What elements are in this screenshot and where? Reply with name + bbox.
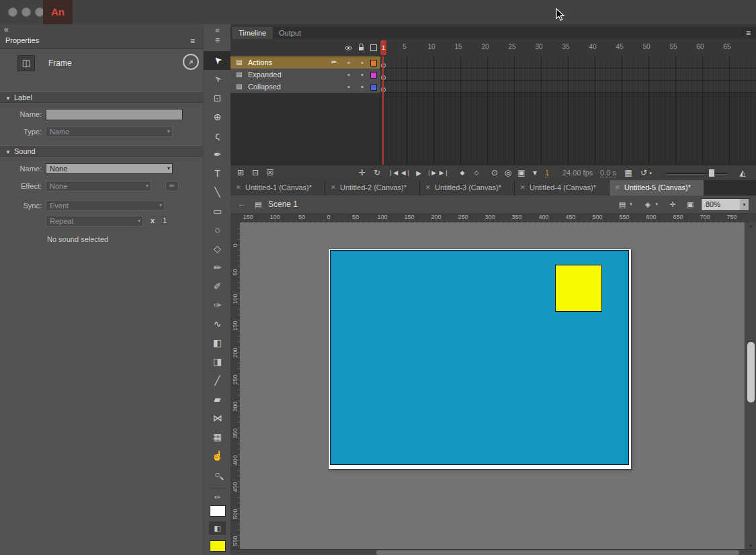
layer-name-label[interactable]: Collapsed (248, 81, 281, 93)
pin-properties-button[interactable]: ➔ (183, 54, 199, 70)
edit-effect-button[interactable]: ✏ (165, 181, 179, 191)
timeline-menu-icon[interactable]: ≡ (746, 27, 751, 39)
onion-skin-outlines-button[interactable]: ◎ (502, 165, 514, 181)
hand-tool[interactable]: ☝ (204, 446, 231, 465)
yellow-rectangle[interactable] (555, 265, 602, 312)
outline-all-layers-button[interactable] (370, 44, 377, 51)
bone-tool[interactable]: ∿ (204, 314, 231, 333)
doc-tab-untitled-2[interactable]: ✕ Untitled-2 (Canvas)* (325, 180, 420, 196)
sound-repeat-dropdown[interactable]: Repeat ▾ (46, 216, 143, 226)
tab-output[interactable]: Output (272, 27, 308, 39)
doc-tab-untitled-4[interactable]: ✕ Untitled-4 (Canvas)* (515, 180, 610, 196)
stage[interactable] (329, 249, 631, 469)
chevron-down-icon[interactable]: ▾ (653, 196, 660, 213)
selection-tool[interactable]: ➤ (204, 51, 231, 70)
line-tool[interactable]: ╲ (204, 183, 231, 202)
layer-color-swatch[interactable] (370, 84, 377, 91)
layer-row-collapsed[interactable]: ▤ Collapsed • • (230, 81, 380, 93)
doc-tab-untitled-3[interactable]: ✕ Untitled-3 (Canvas)* (420, 180, 515, 196)
new-layer-button[interactable]: ⊞ (235, 165, 247, 181)
scroll-up-icon[interactable]: ▲ (745, 223, 756, 228)
text-tool[interactable]: T (204, 164, 231, 183)
close-icon[interactable]: ✕ (331, 180, 336, 196)
fill-color-icon[interactable]: ◧ (209, 521, 226, 535)
polystar-tool[interactable]: ◇ (204, 239, 231, 258)
back-button[interactable]: ← (237, 196, 246, 213)
insert-blank-keyframe-button[interactable]: ◇ (470, 165, 482, 181)
close-window-button[interactable] (8, 7, 17, 17)
clip-content-button[interactable]: ▣ (685, 196, 696, 213)
elapsed-time-value[interactable]: 0.0 s (600, 165, 616, 177)
vertical-scrollbar[interactable]: ▲ ▼ (745, 222, 756, 549)
ink-bottle-tool[interactable]: ◨ (204, 352, 231, 371)
go-to-first-frame-button[interactable]: ❘◀ (387, 165, 399, 181)
layer-row-expanded[interactable]: ▤ Expanded • • (230, 69, 380, 81)
section-header-sound[interactable]: ▼Sound (0, 145, 203, 157)
paint-bucket-tool[interactable]: ◧ (204, 333, 231, 352)
zoom-tool[interactable]: ○ (204, 465, 231, 484)
delete-layer-button[interactable]: ☒ (264, 165, 276, 181)
layer-color-swatch[interactable] (370, 60, 377, 67)
playhead[interactable]: 1 (380, 40, 386, 55)
chevron-down-icon[interactable]: ▾ (647, 165, 654, 181)
3d-rotation-tool[interactable]: ⊕ (204, 108, 231, 126)
oval-tool[interactable]: ○ (204, 220, 231, 239)
sound-effect-dropdown[interactable]: None ▾ (46, 181, 151, 191)
layer-lock-toggle[interactable]: • (358, 69, 366, 81)
lasso-tool[interactable]: ς (204, 126, 231, 145)
free-transform-tool[interactable]: ⊡ (204, 89, 231, 108)
layer-name-label[interactable]: Expanded (248, 69, 282, 81)
pen-tool[interactable]: ✒ (204, 145, 231, 164)
chevron-down-icon[interactable]: ▾ (740, 199, 749, 210)
section-header-label[interactable]: ▼Label (0, 91, 203, 103)
tab-timeline[interactable]: Timeline (232, 27, 273, 39)
close-icon[interactable]: ✕ (236, 180, 241, 196)
insert-keyframe-button[interactable]: ◆ (456, 165, 468, 181)
scroll-down-icon[interactable]: ▼ (745, 544, 756, 548)
resize-timeline-view-button[interactable]: ◭ (737, 165, 749, 181)
layer-visibility-toggle[interactable]: • (345, 81, 353, 93)
edit-symbols-button[interactable]: ◈ (642, 196, 653, 213)
vertical-scrollbar-thumb[interactable] (747, 342, 755, 402)
timeline-zoom-slider[interactable] (666, 173, 728, 175)
collapse-tools-icon[interactable]: « (204, 26, 231, 35)
layer-visibility-toggle[interactable]: • (345, 56, 353, 69)
subselection-tool[interactable]: ➢ (204, 70, 231, 89)
layer-visibility-toggle[interactable]: • (345, 69, 353, 81)
chevron-down-icon[interactable]: ▾ (628, 196, 634, 213)
loop-button[interactable]: ↻ (371, 165, 383, 181)
new-folder-button[interactable]: ⊟ (249, 165, 261, 181)
repeat-count-value[interactable]: 1 (163, 216, 167, 224)
sound-sync-dropdown[interactable]: Event ▾ (46, 200, 165, 211)
current-frame-value[interactable]: 1 (545, 165, 549, 177)
doc-tab-untitled-5[interactable]: ✕ Untitled-5 (Canvas)* (610, 180, 704, 196)
layer-row-actions[interactable]: ▤ Actions ✏ • • (230, 56, 380, 69)
frame-rate-value[interactable]: 24.00 fps (562, 165, 593, 181)
close-icon[interactable]: ✕ (425, 180, 431, 196)
sound-name-dropdown[interactable]: None ▾ (46, 163, 173, 174)
pasteboard[interactable] (240, 222, 745, 549)
collapse-properties-icon[interactable]: « (4, 25, 9, 34)
step-forward-button[interactable]: ❘▶ (425, 165, 437, 181)
modify-markers-button[interactable]: ▾ (529, 165, 541, 181)
camera-tool[interactable]: ▦ (204, 427, 231, 446)
label-name-input[interactable] (46, 109, 183, 120)
rectangle-tool[interactable]: ▭ (204, 202, 231, 220)
paint-brush-tool[interactable]: ✐ (204, 277, 231, 296)
lock-all-layers-button[interactable] (358, 43, 364, 52)
edit-multiple-frames-button[interactable]: ▣ (515, 165, 528, 181)
width-tool[interactable]: ⋈ (204, 409, 231, 427)
eyedropper-tool[interactable]: ╱ (204, 371, 231, 390)
close-icon[interactable]: ✕ (520, 180, 526, 196)
edit-scene-button[interactable]: ▤ (617, 196, 628, 213)
horizontal-scrollbar[interactable] (230, 549, 756, 555)
go-to-last-frame-button[interactable]: ▶❘ (438, 165, 450, 181)
label-type-dropdown[interactable]: Name ▾ (46, 126, 173, 137)
center-stage-button[interactable]: ✛ (667, 196, 678, 213)
playhead-line[interactable] (382, 56, 384, 165)
layer-lock-toggle[interactable]: • (358, 81, 366, 93)
tools-menu-icon[interactable]: ≡ (204, 36, 231, 45)
layer-name-label[interactable]: Actions (248, 56, 272, 69)
horizontal-scrollbar-thumb[interactable] (376, 550, 739, 555)
stroke-color-icon[interactable]: ✏ (204, 493, 231, 502)
